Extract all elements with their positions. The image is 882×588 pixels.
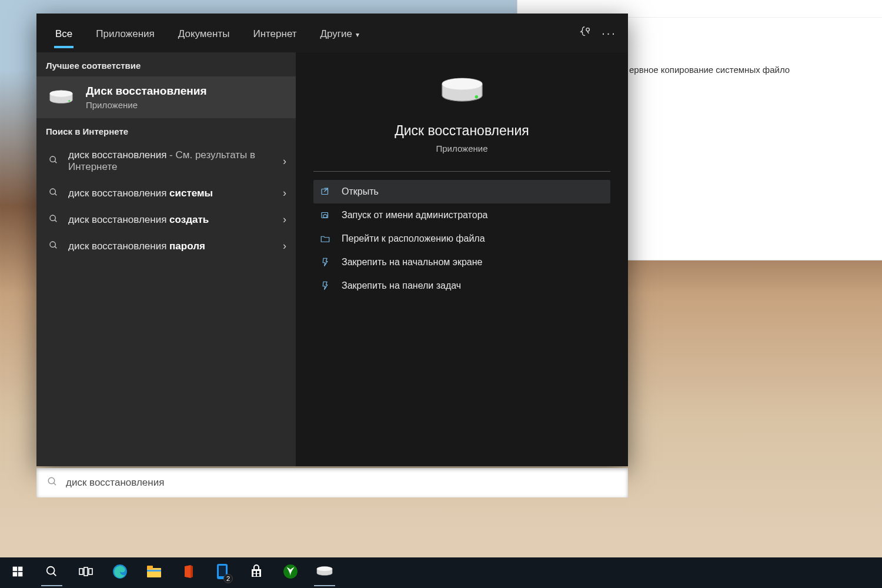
- drive-icon: [48, 89, 74, 106]
- open-icon: [319, 186, 331, 198]
- svg-rect-26: [84, 567, 88, 576]
- svg-point-6: [50, 189, 55, 194]
- search-tabs: Все Приложения Документы Интернет Другие…: [36, 14, 628, 52]
- action-label: Закрепить на панели задач: [342, 280, 461, 291]
- web-result-item[interactable]: диск восстановления системы ›: [36, 180, 296, 206]
- svg-rect-34: [253, 571, 256, 573]
- chevron-right-icon[interactable]: ›: [283, 240, 286, 252]
- pin-task-icon: [319, 280, 331, 292]
- search-icon: [48, 188, 59, 199]
- svg-point-40: [317, 567, 332, 572]
- explorer-icon: [146, 565, 162, 580]
- tab-more[interactable]: Другие▾: [309, 18, 371, 48]
- tab-label: Документы: [178, 28, 230, 39]
- chevron-right-icon[interactable]: ›: [283, 155, 286, 168]
- feedback-icon[interactable]: [574, 25, 597, 41]
- action-label: Перейти к расположению файла: [342, 233, 485, 244]
- taskview-icon: [79, 566, 93, 580]
- web-result-item[interactable]: диск восстановления пароля ›: [36, 233, 296, 259]
- preview-pane: Диск восстановления Приложение ОткрытьЗа…: [296, 52, 628, 466]
- taskbar-office[interactable]: [173, 559, 203, 587]
- recovery-drive-icon: [316, 566, 333, 580]
- svg-point-8: [50, 215, 55, 220]
- chevron-right-icon[interactable]: ›: [283, 187, 286, 199]
- tab-label: Интернет: [253, 28, 296, 39]
- start-icon: [12, 566, 24, 580]
- folder-icon: [319, 233, 331, 245]
- svg-rect-21: [13, 572, 18, 577]
- tab-web[interactable]: Интернет: [241, 18, 308, 48]
- web-result-text: диск восстановления создать: [68, 214, 273, 226]
- taskbar-phone[interactable]: 2: [207, 559, 238, 587]
- svg-line-24: [54, 573, 56, 576]
- edge-icon: [112, 564, 128, 582]
- search-flyout: Все Приложения Документы Интернет Другие…: [36, 14, 628, 466]
- svg-line-18: [54, 483, 56, 485]
- search-input[interactable]: [66, 477, 617, 489]
- chevron-right-icon[interactable]: ›: [283, 213, 286, 226]
- tab-label: Другие: [320, 28, 352, 39]
- taskbar-xbox[interactable]: [275, 559, 306, 587]
- svg-point-17: [48, 477, 55, 484]
- svg-point-0: [586, 28, 590, 31]
- taskbar-store[interactable]: [241, 559, 272, 587]
- svg-line-9: [55, 220, 56, 222]
- svg-rect-27: [89, 569, 92, 574]
- web-result-item[interactable]: диск восстановления - См. результаты в И…: [36, 142, 296, 180]
- more-icon[interactable]: ···: [597, 26, 621, 40]
- svg-point-13: [442, 78, 482, 90]
- search-icon: [47, 476, 58, 489]
- action-admin[interactable]: Запуск от имени администратора: [313, 203, 610, 227]
- svg-rect-22: [18, 572, 23, 577]
- web-result-item[interactable]: диск восстановления создать ›: [36, 206, 296, 233]
- best-match-item[interactable]: Диск восстановления Приложение: [36, 76, 296, 118]
- taskbar-taskview[interactable]: [71, 559, 101, 587]
- svg-line-5: [55, 161, 56, 163]
- svg-point-2: [50, 90, 73, 96]
- drive-icon: [439, 76, 485, 109]
- results-left-pane: Лучшее соответствие Диск восстановления …: [36, 52, 296, 466]
- taskbar-recovery-drive[interactable]: [309, 559, 340, 587]
- svg-rect-36: [253, 574, 256, 576]
- store-icon: [249, 564, 263, 581]
- best-match-title: Диск восстановления: [86, 85, 207, 98]
- svg-rect-20: [18, 567, 23, 572]
- action-folder[interactable]: Перейти к расположению файла: [313, 227, 610, 250]
- preview-title: Диск восстановления: [395, 123, 529, 139]
- search-icon: [48, 240, 59, 252]
- tab-label: Все: [55, 28, 72, 39]
- tab-docs[interactable]: Документы: [166, 18, 242, 48]
- svg-rect-31: [147, 570, 161, 572]
- svg-rect-25: [79, 569, 83, 574]
- taskbar-edge[interactable]: [105, 559, 135, 587]
- action-pin-task[interactable]: Закрепить на панели задач: [313, 274, 610, 298]
- web-result-text: диск восстановления - См. результаты в И…: [68, 149, 273, 173]
- svg-rect-29: [147, 568, 161, 577]
- taskbar-start[interactable]: [2, 559, 33, 587]
- xbox-icon: [283, 564, 298, 582]
- search-bar[interactable]: [36, 468, 628, 497]
- taskbar-search[interactable]: [36, 559, 67, 587]
- action-pin-start[interactable]: Закрепить на начальном экране: [313, 250, 610, 274]
- tab-all[interactable]: Все: [44, 18, 84, 48]
- search-icon: [48, 155, 59, 167]
- web-result-text: диск восстановления пароля: [68, 240, 273, 252]
- admin-icon: [319, 209, 331, 221]
- action-open[interactable]: Открыть: [313, 180, 610, 203]
- taskbar-explorer[interactable]: [139, 559, 169, 587]
- search-icon: [45, 565, 58, 580]
- search-icon: [48, 214, 59, 226]
- svg-point-3: [68, 100, 70, 102]
- svg-point-14: [475, 95, 477, 98]
- web-results-list: диск восстановления - См. результаты в И…: [36, 142, 296, 259]
- tab-apps[interactable]: Приложения: [84, 18, 166, 48]
- svg-line-11: [55, 246, 56, 248]
- badge: 2: [223, 574, 233, 583]
- tab-label: Приложения: [96, 28, 154, 39]
- svg-rect-19: [13, 567, 18, 572]
- preview-actions: ОткрытьЗапуск от имени администратораПер…: [296, 172, 628, 306]
- svg-rect-35: [257, 571, 259, 573]
- office-icon: [181, 564, 195, 581]
- best-match-header: Лучшее соответствие: [36, 52, 296, 76]
- svg-point-4: [50, 156, 55, 162]
